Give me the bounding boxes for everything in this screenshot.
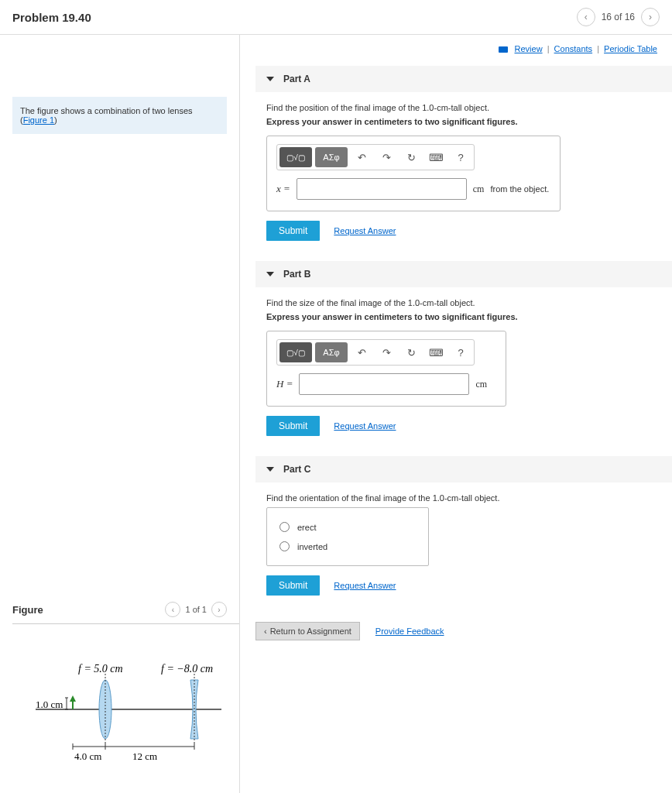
radio-inverted-label: inverted	[297, 542, 327, 551]
part-b-question: Find the size of the final image of the …	[266, 298, 660, 307]
part-a-instructions: Express your answer in centimeters to tw…	[266, 117, 660, 126]
caret-down-icon	[266, 467, 274, 472]
reset-button[interactable]: ↻	[400, 342, 422, 362]
figure-body: f = 5.0 cm f = −8.0 cm 1.0 cm 4.0 cm 12 …	[12, 623, 239, 793]
figure-prev-button[interactable]: ‹	[165, 602, 180, 617]
dist2-label: 12 cm	[132, 750, 157, 762]
part-a-answer-box: ▢√▢ ΑΣφ ↶ ↷ ↻ ⌨ ? x = cm from the object…	[266, 136, 561, 211]
top-links: Review | Constants | Periodic Table	[240, 35, 672, 60]
figure-header: Figure ‹ 1 of 1 ›	[0, 596, 239, 623]
part-b-unit: cm	[475, 379, 487, 390]
part-b-actions: Submit Request Answer	[266, 416, 660, 436]
part-b-variable: H =	[276, 378, 293, 390]
part-c-submit-button[interactable]: Submit	[266, 575, 320, 596]
part-a-label: Part A	[283, 74, 310, 84]
part-a-variable: x =	[276, 183, 290, 195]
prompt-text-after: )	[54, 115, 57, 125]
keyboard-button[interactable]: ⌨	[425, 147, 447, 167]
figure-section: Figure ‹ 1 of 1 ›	[0, 596, 239, 793]
part-a-request-answer-link[interactable]: Request Answer	[334, 226, 396, 235]
part-a-question: Find the position of the final image of …	[266, 103, 660, 112]
part-b-body: Find the size of the final image of the …	[240, 287, 672, 450]
figure-link[interactable]: Figure 1	[23, 115, 54, 125]
prev-problem-button[interactable]: ‹	[577, 8, 595, 26]
part-b-header[interactable]: Part B	[255, 261, 672, 287]
part-b-request-answer-link[interactable]: Request Answer	[334, 421, 396, 431]
redo-button[interactable]: ↷	[375, 342, 397, 362]
problem-counter: 16 of 16	[602, 12, 635, 22]
part-c-actions: Submit Request Answer	[266, 575, 660, 596]
lens2-f-label: f = −8.0 cm	[161, 663, 213, 675]
figure-counter: 1 of 1	[185, 605, 207, 614]
radio-erect-label: erect	[297, 523, 316, 532]
redo-button[interactable]: ↷	[375, 147, 397, 167]
figure-nav: ‹ 1 of 1 ›	[165, 602, 227, 617]
caret-down-icon	[266, 272, 274, 276]
part-b-instructions: Express your answer in centimeters to tw…	[266, 312, 660, 321]
math-toolbar: ▢√▢ ΑΣφ ↶ ↷ ↻ ⌨ ?	[276, 144, 475, 170]
part-b-input[interactable]	[299, 373, 469, 395]
part-a-answer-line: x = cm from the object.	[276, 178, 550, 200]
problem-nav: ‹ 16 of 16 ›	[577, 8, 660, 26]
separator: |	[547, 44, 552, 53]
part-c-request-answer-link[interactable]: Request Answer	[334, 581, 396, 590]
help-button[interactable]: ?	[450, 147, 471, 167]
review-link[interactable]: Review	[515, 44, 543, 53]
part-b-submit-button[interactable]: Submit	[266, 416, 320, 436]
undo-button[interactable]: ↶	[351, 147, 372, 167]
part-c-label: Part C	[283, 464, 310, 475]
part-a-suffix: from the object.	[490, 184, 549, 194]
radio-erect[interactable]: erect	[279, 517, 416, 537]
part-b-answer-line: H = cm	[276, 373, 496, 395]
undo-button[interactable]: ↶	[351, 342, 372, 362]
lens1-f-label: f = 5.0 cm	[78, 663, 123, 675]
part-a-submit-button[interactable]: Submit	[266, 221, 320, 241]
caret-down-icon	[266, 77, 274, 81]
review-icon	[499, 46, 508, 53]
figure-next-button[interactable]: ›	[211, 602, 227, 617]
left-column: The figure shows a combination of two le…	[0, 35, 240, 793]
part-a-body: Find the position of the final image of …	[240, 92, 672, 255]
bottom-row: ‹ Return to Assignment Provide Feedback	[240, 609, 672, 640]
part-c-question: Find the orientation of the final image …	[266, 493, 660, 503]
next-problem-button[interactable]: ›	[641, 8, 660, 26]
right-column: Review | Constants | Periodic Table Part…	[240, 35, 672, 793]
part-b-label: Part B	[283, 269, 310, 280]
dist1-label: 4.0 cm	[74, 750, 101, 762]
part-c-radio-box: erect inverted	[266, 507, 429, 566]
template-tool-button[interactable]: ▢√▢	[279, 147, 312, 167]
math-toolbar: ▢√▢ ΑΣφ ↶ ↷ ↻ ⌨ ?	[276, 339, 475, 366]
main-content: The figure shows a combination of two le…	[0, 35, 672, 793]
part-a-actions: Submit Request Answer	[266, 221, 660, 241]
problem-title: Problem 19.40	[12, 11, 91, 24]
periodic-table-link[interactable]: Periodic Table	[604, 44, 657, 53]
problem-prompt: The figure shows a combination of two le…	[12, 97, 227, 134]
separator: |	[597, 44, 602, 53]
top-bar: Problem 19.40 ‹ 16 of 16 ›	[0, 0, 672, 35]
provide-feedback-link[interactable]: Provide Feedback	[375, 627, 444, 636]
part-a-header[interactable]: Part A	[255, 66, 672, 92]
lens-diagram: f = 5.0 cm f = −8.0 cm 1.0 cm 4.0 cm 12 …	[12, 624, 229, 779]
template-tool-button[interactable]: ▢√▢	[279, 342, 312, 362]
return-to-assignment-button[interactable]: ‹ Return to Assignment	[255, 622, 360, 640]
radio-inverted[interactable]: inverted	[279, 537, 416, 556]
part-c-header[interactable]: Part C	[255, 456, 672, 482]
radio-inverted-input[interactable]	[279, 541, 290, 551]
constants-link[interactable]: Constants	[554, 44, 593, 53]
greek-tool-button[interactable]: ΑΣφ	[315, 342, 348, 362]
part-c-body: Find the orientation of the final image …	[240, 482, 672, 609]
figure-title: Figure	[12, 604, 43, 616]
part-a-input[interactable]	[297, 178, 467, 200]
return-label: Return to Assignment	[270, 627, 351, 636]
help-button[interactable]: ?	[450, 342, 471, 362]
part-b-answer-box: ▢√▢ ΑΣφ ↶ ↷ ↻ ⌨ ? H = cm	[266, 331, 506, 407]
svg-marker-2	[70, 695, 76, 702]
keyboard-button[interactable]: ⌨	[425, 342, 447, 362]
part-a-unit: cm	[473, 184, 485, 195]
radio-erect-input[interactable]	[279, 522, 290, 532]
object-height-label: 1.0 cm	[36, 699, 63, 710]
reset-button[interactable]: ↻	[400, 147, 422, 167]
chevron-left-icon: ‹	[264, 627, 267, 636]
greek-tool-button[interactable]: ΑΣφ	[315, 147, 348, 167]
